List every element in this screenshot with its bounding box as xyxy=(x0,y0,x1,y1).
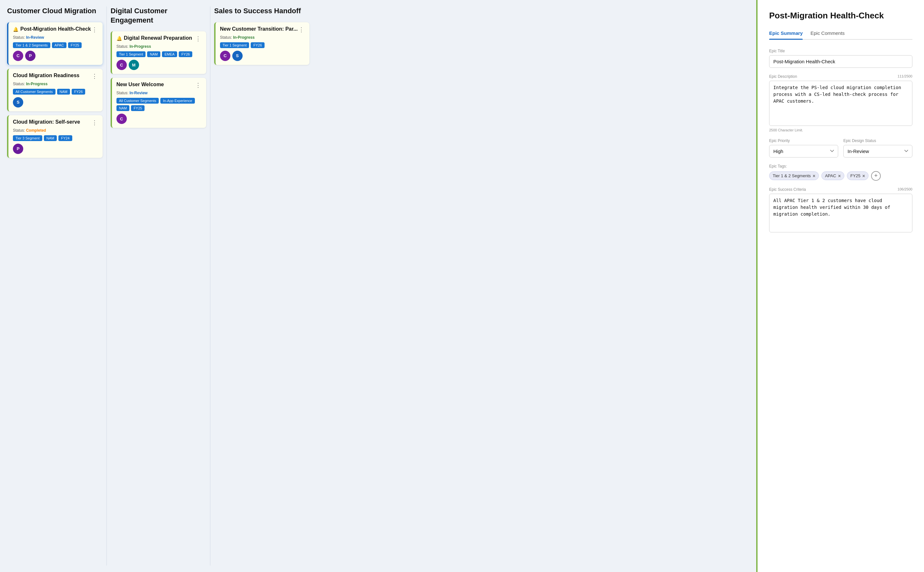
tag-chip-fy25-remove[interactable]: × xyxy=(862,174,865,178)
avatar: C xyxy=(116,60,127,70)
column-header-col2: Digital Customer Engagement xyxy=(111,6,206,28)
card-avatars-card5: C xyxy=(116,113,202,124)
card-tags-card1: Tier 1 & 2 SegmentsAPACFY25 xyxy=(13,42,98,48)
epic-description-count: 111/2500 xyxy=(898,74,912,78)
card-header-row-card3: Cloud Migration: Self-serve⋮ xyxy=(13,119,98,127)
epic-card-card2[interactable]: Cloud Migration Readiness⋮Status: In-Pro… xyxy=(7,69,102,111)
avatar: P xyxy=(13,144,23,154)
tag-chip-tier: Tier 1 & 2 Segments × xyxy=(769,171,819,180)
card-menu-btn-card4[interactable]: ⋮ xyxy=(195,35,202,42)
avatar: M xyxy=(129,60,139,70)
epic-success-header: Epic Success Criteria 106/2500 xyxy=(769,187,912,194)
card-tag: Tier 1 Segment xyxy=(220,42,250,48)
card-menu-btn-card2[interactable]: ⋮ xyxy=(91,73,98,80)
card-avatars-card3: P xyxy=(13,144,98,154)
column-col2: Digital Customer Engagement🔔Digital Rene… xyxy=(107,6,210,566)
epic-card-card4[interactable]: 🔔Digital Renewal Preparation⋮Status: In-… xyxy=(111,31,206,74)
card-status-card5: Status: In-Review xyxy=(116,91,202,95)
card-tag: FY25 xyxy=(68,42,82,48)
card-tag: FY26 xyxy=(71,89,85,95)
tag-chip-tier-remove[interactable]: × xyxy=(813,174,815,178)
epic-title-group: Epic Title xyxy=(769,49,912,68)
epic-success-criteria-group: Epic Success Criteria 106/2500 xyxy=(769,187,912,233)
tab-epic-summary[interactable]: Epic Summary xyxy=(769,30,803,39)
card-tags-card6: Tier 1 SegmentFY26 xyxy=(220,42,305,48)
epic-title-input[interactable] xyxy=(769,55,912,68)
card-avatars-card6: CS xyxy=(220,51,305,61)
detail-panel-title: Post-Migration Health-Check xyxy=(769,10,912,21)
tag-chip-apac: APAC × xyxy=(822,171,844,180)
epic-card-card5[interactable]: New User Welcome⋮Status: In-ReviewAll Cu… xyxy=(111,78,206,128)
card-tag: NAM xyxy=(44,135,57,141)
tag-chip-apac-remove[interactable]: × xyxy=(838,174,841,178)
card-menu-btn-card5[interactable]: ⋮ xyxy=(195,82,202,89)
card-header-row-card1: 🔔Post-Migration Health-Check⋮ xyxy=(13,26,98,34)
card-menu-btn-card1[interactable]: ⋮ xyxy=(91,26,98,33)
card-status-card2: Status: In-Progress xyxy=(13,82,98,86)
epic-title-label: Epic Title xyxy=(769,49,912,53)
epic-success-label: Epic Success Criteria xyxy=(769,187,806,192)
card-avatars-card1: CP xyxy=(13,51,98,61)
epic-description-header: Epic Description 111/2500 xyxy=(769,74,912,81)
board-area: Customer Cloud Migration🔔Post-Migration … xyxy=(0,0,756,572)
card-tag: FY26 xyxy=(179,51,192,57)
epic-card-card3[interactable]: Cloud Migration: Self-serve⋮Status: Comp… xyxy=(7,115,102,158)
card-header-row-card5: New User Welcome⋮ xyxy=(116,82,202,89)
card-menu-btn-card3[interactable]: ⋮ xyxy=(91,119,98,126)
epic-success-count: 106/2500 xyxy=(898,187,912,191)
card-status-card6: Status: In-Progress xyxy=(220,35,305,40)
card-menu-btn-card6[interactable]: ⋮ xyxy=(298,26,305,33)
card-tags-card4: Tier 1 SegmentNAMEMEAFY26 xyxy=(116,51,202,57)
epic-tags-label: Epic Tags: xyxy=(769,164,912,168)
card-tag: FY25 xyxy=(131,105,144,111)
card-tags-card3: Tier 3 SegmentNAMFY24 xyxy=(13,135,98,141)
card-status-card1: Status: In-Review xyxy=(13,35,98,40)
card-status-card4: Status: In-Progress xyxy=(116,44,202,49)
epic-description-group: Epic Description 111/2500 2500 Character… xyxy=(769,74,912,132)
card-alert-icon-card4: 🔔 xyxy=(116,36,122,41)
avatar: C xyxy=(220,51,230,61)
card-tag: Tier 3 Segment xyxy=(13,135,42,141)
epic-design-status-group: Epic Design Status In-Review In-Progress… xyxy=(843,138,912,157)
column-header-col3: Sales to Success Handoff xyxy=(214,6,309,19)
card-tag: All Customer Segments xyxy=(13,89,56,95)
epic-success-criteria-textarea[interactable] xyxy=(769,194,912,232)
card-header-row-card6: New Customer Transition: Par...⋮ xyxy=(220,26,305,34)
card-title-card2: Cloud Migration Readiness xyxy=(13,73,91,78)
card-tag: All Customer Segments xyxy=(116,98,159,104)
tab-epic-comments[interactable]: Epic Comments xyxy=(811,30,845,39)
card-title-card1: Post-Migration Health-Check xyxy=(20,26,91,32)
avatar: C xyxy=(13,51,23,61)
detail-panel: Post-Migration Health-Check Epic Summary… xyxy=(756,0,924,572)
epic-design-status-label: Epic Design Status xyxy=(843,138,912,143)
card-title-card5: New User Welcome xyxy=(116,82,195,87)
card-title-card4: Digital Renewal Preparation xyxy=(124,35,195,41)
detail-tabs: Epic Summary Epic Comments xyxy=(769,30,912,40)
epic-tags-container: Tier 1 & 2 Segments × APAC × FY25 × + xyxy=(769,171,912,181)
priority-status-row: Epic Priority High Low Medium Critical E… xyxy=(769,138,912,157)
column-col1: Customer Cloud Migration🔔Post-Migration … xyxy=(3,6,107,566)
epic-tags-section: Epic Tags: Tier 1 & 2 Segments × APAC × … xyxy=(769,164,912,181)
epic-card-card6[interactable]: New Customer Transition: Par...⋮Status: … xyxy=(214,22,309,65)
avatar: C xyxy=(116,113,127,124)
card-tag: APAC xyxy=(52,42,67,48)
epic-design-status-select[interactable]: In-Review In-Progress Completed Not Star… xyxy=(843,145,912,157)
epic-description-char-limit: 2500 Character Limit. xyxy=(769,128,912,132)
card-title-card3: Cloud Migration: Self-serve xyxy=(13,119,91,125)
tag-add-button[interactable]: + xyxy=(871,171,881,181)
epic-description-textarea[interactable] xyxy=(769,81,912,126)
epic-priority-group: Epic Priority High Low Medium Critical xyxy=(769,138,838,157)
column-header-col1: Customer Cloud Migration xyxy=(7,6,102,19)
card-alert-icon-card1: 🔔 xyxy=(13,27,19,32)
card-header-row-card2: Cloud Migration Readiness⋮ xyxy=(13,73,98,80)
epic-priority-select[interactable]: High Low Medium Critical xyxy=(769,145,838,157)
card-tag: In-App Experience xyxy=(160,98,195,104)
tag-chip-apac-label: APAC xyxy=(825,173,836,178)
epic-card-card1[interactable]: 🔔Post-Migration Health-Check⋮Status: In-… xyxy=(7,22,102,65)
card-avatars-card4: CM xyxy=(116,60,202,70)
card-tags-card5: All Customer SegmentsIn-App ExperienceNA… xyxy=(116,98,202,111)
tag-chip-fy25: FY25 × xyxy=(847,171,868,180)
tag-chip-fy25-label: FY25 xyxy=(850,173,860,178)
card-tags-card2: All Customer SegmentsNAMFY26 xyxy=(13,89,98,95)
card-status-card3: Status: Completed xyxy=(13,128,98,133)
